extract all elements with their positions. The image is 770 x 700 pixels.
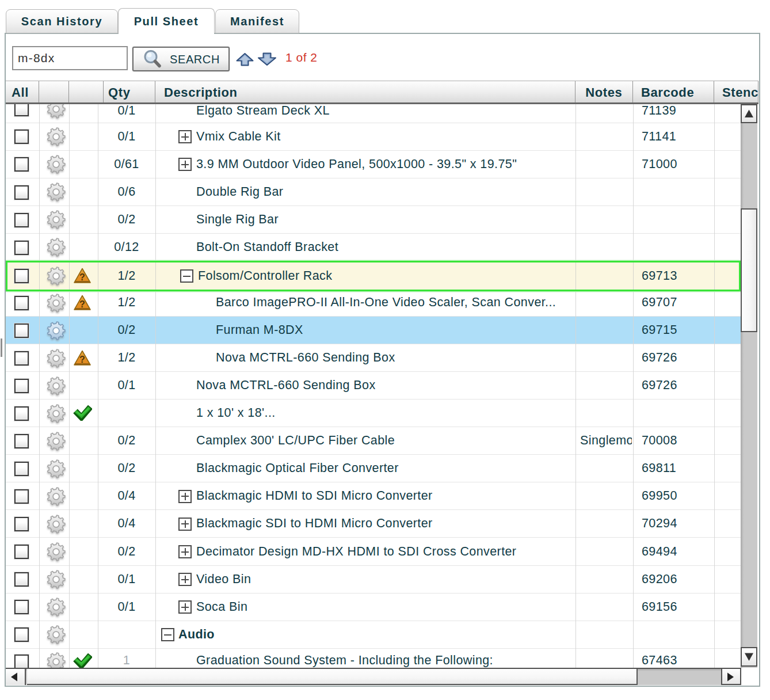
svg-text:?: ? <box>79 272 85 282</box>
svg-text:?: ? <box>79 354 85 364</box>
svg-text:?: ? <box>79 299 85 309</box>
